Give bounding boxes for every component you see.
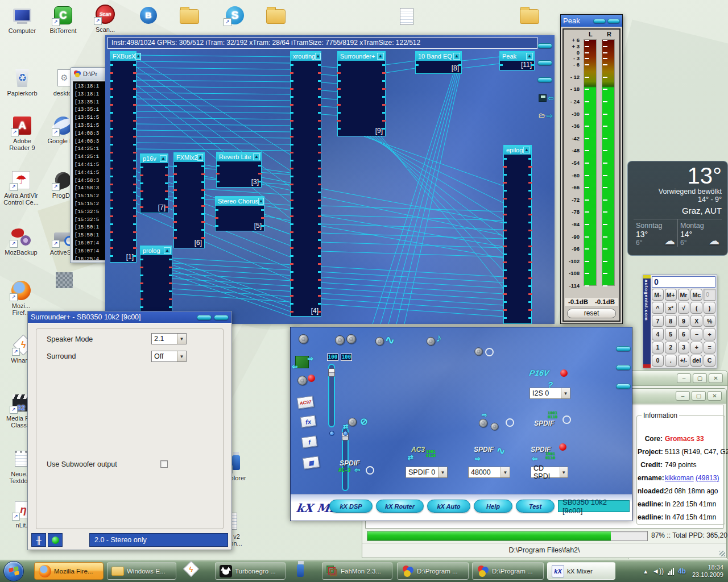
speaker-mode-dropdown[interactable]: 2.1▼ — [151, 333, 187, 344]
headphone-speaker-icon[interactable] — [479, 419, 487, 427]
keypad-icon[interactable]: ▦ — [303, 456, 320, 469]
desktop-icon-folder-2[interactable] — [257, 6, 295, 28]
calc-button[interactable]: + — [690, 342, 702, 354]
dsp-block-p16v[interactable]: p16v▲[7] — [140, 153, 168, 213]
spdif-source-dropdown[interactable]: SPDIF 0▼ — [406, 467, 448, 478]
taskbar-button-explorer[interactable]: Windows-E... — [107, 562, 176, 580]
calc-button[interactable]: ^ — [652, 302, 664, 314]
chevron-down-icon[interactable]: ▼ — [438, 467, 447, 477]
userid-link[interactable]: (49813) — [696, 474, 719, 482]
block-collapse-button[interactable]: ▲ — [315, 53, 321, 60]
calc-button[interactable]: = — [704, 342, 715, 354]
mixer-window-button-2[interactable] — [616, 365, 631, 370]
dsp-window-button-2[interactable] — [537, 60, 552, 65]
taskbar-usb-icon[interactable] — [297, 564, 304, 577]
calc-button[interactable]: 5 — [665, 328, 677, 340]
kx-mixer-window[interactable]: ⇨ ⇦ AC97 fx f ▦ ∿ ♪ 100 100 P16V ? I2S 0… — [290, 327, 632, 521]
weather-gadget[interactable]: 13° Vorwiegend bewölkt 14° - 9° Graz, AU… — [627, 161, 728, 256]
surrounder-window-button-1[interactable] — [197, 315, 212, 320]
dsp-block-surrounder[interactable]: Surrounder+▲[9] — [337, 51, 386, 136]
toggle-circle-icon[interactable] — [506, 418, 514, 427]
dsp-block-fxmix2[interactable]: FXMix2▲[6] — [173, 152, 205, 248]
dsp-block-epilog[interactable]: epilog▲ — [503, 145, 532, 324]
calc-button[interactable]: M- — [652, 289, 664, 301]
desktop-icon-avira[interactable]: ☂Avira AntiVir Control Ce... — [2, 169, 40, 206]
kx-dsp-button[interactable]: kX DSP — [329, 500, 373, 513]
calc-button[interactable]: 0 — [652, 355, 664, 367]
calc-button[interactable]: ) — [704, 302, 715, 314]
taskbar-button-fahmon[interactable]: FahMon 2.3... — [322, 562, 392, 580]
chevron-down-icon[interactable]: ▼ — [560, 467, 568, 477]
surrounder-titlebar[interactable]: Surrounder+ - SB0350 10k2 [9c00] — [28, 311, 231, 323]
taskbar-button-firefox[interactable]: Mozilla Fire... — [34, 562, 104, 580]
dsp-block-stereo-chorus[interactable]: Stereo Chorus▲[5] — [215, 196, 264, 231]
master-speaker-icon[interactable] — [299, 334, 308, 344]
fx-icon[interactable]: fx — [300, 415, 316, 427]
calc-button[interactable]: 9 — [678, 315, 690, 327]
misc-speaker-icon[interactable] — [474, 347, 482, 355]
desktop-icon-folder-1[interactable] — [171, 6, 208, 28]
surrounder-window[interactable]: Surrounder+ - SB0350 10k2 [9c00] Speaker… — [27, 311, 232, 550]
block-collapse-button[interactable]: ▲ — [258, 198, 264, 205]
kx-dsp-window[interactable]: Instr:498/1024 GPRs: 305/512 iTram: 32/1… — [105, 35, 555, 324]
chevron-down-icon[interactable]: ▼ — [500, 467, 510, 477]
calc-button[interactable]: 4 — [652, 328, 664, 340]
calc-button[interactable]: C — [704, 355, 715, 367]
wave-speaker-icon[interactable] — [375, 337, 384, 346]
start-button[interactable] — [3, 561, 24, 581]
calc-button[interactable]: √ — [678, 302, 690, 314]
load-preset-icon[interactable]: 🗁⇨ — [539, 111, 553, 119]
block-collapse-button[interactable]: ▲ — [253, 153, 260, 160]
record-speaker-icon[interactable] — [297, 376, 307, 385]
maximize-button[interactable]: ▢ — [692, 391, 706, 401]
surrounder-window-button-2[interactable] — [214, 315, 229, 320]
dsp-block-fxbusx[interactable]: FXBusX▲[1] — [110, 51, 136, 263]
block-collapse-button[interactable]: ▲ — [377, 53, 384, 60]
taskbar-winamp-icon[interactable]: ϟ — [185, 563, 197, 575]
taskbar-clock[interactable]: 18:34 23.10.2009 — [692, 564, 727, 579]
toggle-circle-icon[interactable] — [562, 415, 571, 424]
ac97-icon[interactable]: AC97 — [297, 396, 315, 409]
calc-button[interactable]: 3 — [678, 342, 690, 354]
sample-rate-dropdown[interactable]: 48000▼ — [468, 467, 510, 478]
desktop-icon-computer[interactable]: Computer — [3, 5, 41, 34]
calc-button[interactable]: 6 — [678, 328, 690, 340]
calc-button[interactable]: +/- — [678, 355, 690, 367]
reset-button[interactable]: reset — [567, 309, 616, 318]
dsp-window-button-3[interactable] — [537, 77, 552, 82]
speaker-pair-icon-1[interactable] — [335, 335, 345, 345]
taskbar-button-program-2[interactable]: D:\Program ... — [472, 562, 544, 580]
desktop-icon-skype[interactable]: S — [216, 5, 254, 27]
desktop-icon-scan[interactable]: ScanScan... — [86, 3, 124, 33]
desktop-icon-file[interactable] — [388, 6, 425, 28]
dsp-block-xrouting[interactable]: xrouting▲[4] — [290, 51, 321, 317]
desktop-icon-bittorrent[interactable]: CBitTorrent — [44, 5, 82, 34]
kx-auto-button[interactable]: kX Auto — [427, 500, 470, 513]
tray-expand-icon[interactable]: ▲ — [643, 568, 648, 575]
dsp-block-peak[interactable]: Peak▲[11] — [499, 51, 535, 70]
chevron-down-icon[interactable]: ▼ — [177, 351, 186, 361]
close-button[interactable]: ✕ — [709, 373, 723, 383]
taskbar-button-foobar[interactable]: Turbonegro ... — [215, 562, 286, 580]
username-link[interactable]: kikkoman — [665, 474, 694, 482]
minimize-button[interactable]: – — [676, 391, 690, 401]
dsp-block-10-band-eq[interactable]: 10 Band EQ▲[8] — [415, 51, 462, 74]
close-button[interactable]: ✕ — [708, 391, 722, 401]
volume-icon[interactable]: ◄)) — [652, 567, 664, 575]
block-collapse-button[interactable]: ▲ — [523, 147, 530, 153]
calc-button[interactable]: − — [690, 328, 702, 340]
resize-grip[interactable] — [719, 551, 725, 556]
dsp-block-reverb-lite[interactable]: Reverb Lite▲[3] — [216, 152, 262, 188]
block-collapse-button[interactable]: ▲ — [453, 53, 460, 60]
speaker-pair-icon-2[interactable] — [346, 334, 356, 344]
status-led-icon[interactable] — [48, 533, 63, 547]
cd-spdif-dropdown[interactable]: CD SPDI▼ — [531, 467, 568, 478]
desktop-icon-mozbackup[interactable]: MozBackup — [2, 226, 40, 256]
volume-slider-left[interactable] — [328, 364, 335, 427]
slider-dot-right[interactable] — [343, 431, 348, 436]
minimize-button[interactable]: – — [677, 373, 691, 383]
peak-meter-window[interactable]: Peak L R + 6+ 30- 3- 6- 12- 18- 24-30-36… — [560, 14, 623, 324]
desktop-icon-recycle-bin[interactable]: ♻Papierkorb — [3, 67, 41, 97]
dsp-window-button-1[interactable] — [537, 43, 552, 48]
calc-button[interactable]: 1 — [652, 342, 664, 354]
